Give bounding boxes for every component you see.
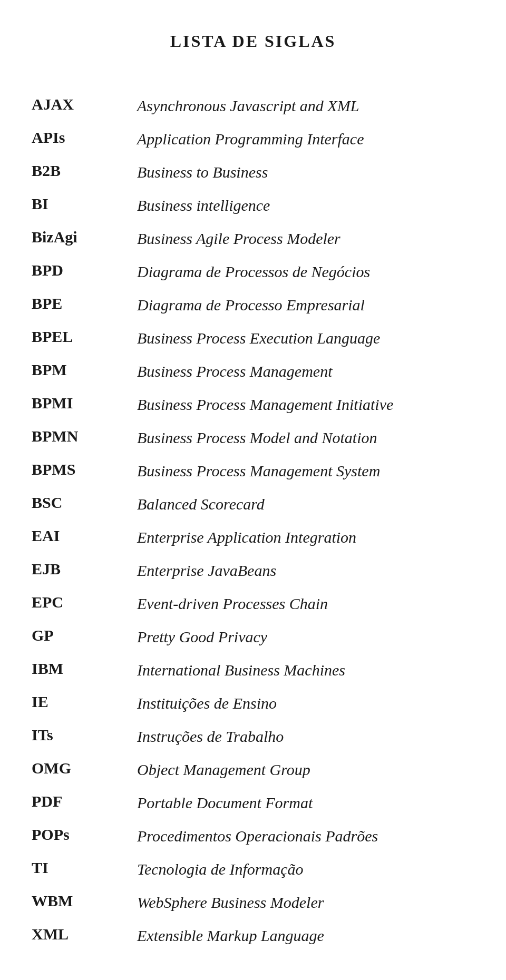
acronym-cell: WBM xyxy=(32,885,137,918)
acronym-cell: AJAX xyxy=(32,88,137,121)
acronym-cell: BPMI xyxy=(32,387,137,420)
acronym-cell: BPMS xyxy=(32,453,137,486)
acronym-cell: EAI xyxy=(32,520,137,553)
definition-cell: Diagrama de Processo Empresarial xyxy=(137,287,474,320)
acronym-cell: EPC xyxy=(32,586,137,619)
table-row: BPEDiagrama de Processo Empresarial xyxy=(32,287,474,320)
acronym-cell: BI xyxy=(32,188,137,221)
definition-cell: Tecnologia de Informação xyxy=(137,851,474,885)
acronym-cell: B2B xyxy=(32,154,137,188)
definition-cell: Business Process Management System xyxy=(137,453,474,486)
acronym-cell: APIs xyxy=(32,121,137,154)
definition-cell: Asynchronous Javascript and XML xyxy=(137,88,474,121)
definition-cell: Procedimentos Operacionais Padrões xyxy=(137,818,474,851)
acronym-cell: BSC xyxy=(32,486,137,520)
definition-cell: Business Process Execution Language xyxy=(137,320,474,354)
acronym-cell: IE xyxy=(32,685,137,719)
table-row: TITecnologia de Informação xyxy=(32,851,474,885)
table-row: BPMIBusiness Process Management Initiati… xyxy=(32,387,474,420)
table-row: BizAgiBusiness Agile Process Modeler xyxy=(32,221,474,254)
definition-cell: Business to Business xyxy=(137,154,474,188)
definition-cell: Application Programming Interface xyxy=(137,121,474,154)
acronym-cell: TI xyxy=(32,851,137,885)
table-row: OMGObject Management Group xyxy=(32,752,474,785)
table-row: PDFPortable Document Format xyxy=(32,785,474,818)
acronym-cell: BPMN xyxy=(32,420,137,453)
acronym-cell: POPs xyxy=(32,818,137,851)
table-row: BPDDiagrama de Processos de Negócios xyxy=(32,254,474,287)
acronym-cell: BizAgi xyxy=(32,221,137,254)
acronym-cell: IBM xyxy=(32,652,137,685)
page-title: LISTA DE SIGLAS xyxy=(32,32,474,51)
acronym-cell: BPE xyxy=(32,287,137,320)
table-row: BPMNBusiness Process Model and Notation xyxy=(32,420,474,453)
definition-cell: Balanced Scorecard xyxy=(137,486,474,520)
acronym-cell: GP xyxy=(32,619,137,652)
definition-cell: Instruções de Trabalho xyxy=(137,719,474,752)
definition-cell: Instituições de Ensino xyxy=(137,685,474,719)
definition-cell: Portable Document Format xyxy=(137,785,474,818)
table-row: ITsInstruções de Trabalho xyxy=(32,719,474,752)
definition-cell: Business intelligence xyxy=(137,188,474,221)
definition-cell: Diagrama de Processos de Negócios xyxy=(137,254,474,287)
definition-cell: Enterprise Application Integration xyxy=(137,520,474,553)
acronym-cell: EJB xyxy=(32,553,137,586)
table-row: XMLExtensible Markup Language xyxy=(32,918,474,951)
definition-cell: Event-driven Processes Chain xyxy=(137,586,474,619)
table-row: EAIEnterprise Application Integration xyxy=(32,520,474,553)
table-row: BSCBalanced Scorecard xyxy=(32,486,474,520)
table-row: BPELBusiness Process Execution Language xyxy=(32,320,474,354)
table-row: EPCEvent-driven Processes Chain xyxy=(32,586,474,619)
table-row: AJAXAsynchronous Javascript and XML xyxy=(32,88,474,121)
table-row: EJBEnterprise JavaBeans xyxy=(32,553,474,586)
table-row: IBMInternational Business Machines xyxy=(32,652,474,685)
table-row: B2BBusiness to Business xyxy=(32,154,474,188)
table-row: POPsProcedimentos Operacionais Padrões xyxy=(32,818,474,851)
acronym-table: AJAXAsynchronous Javascript and XMLAPIsA… xyxy=(32,88,474,951)
table-row: BPMBusiness Process Management xyxy=(32,354,474,387)
definition-cell: Pretty Good Privacy xyxy=(137,619,474,652)
table-row: APIsApplication Programming Interface xyxy=(32,121,474,154)
table-row: BPMSBusiness Process Management System xyxy=(32,453,474,486)
definition-cell: International Business Machines xyxy=(137,652,474,685)
acronym-cell: XML xyxy=(32,918,137,951)
definition-cell: Object Management Group xyxy=(137,752,474,785)
definition-cell: WebSphere Business Modeler xyxy=(137,885,474,918)
definition-cell: Extensible Markup Language xyxy=(137,918,474,951)
table-row: IEInstituições de Ensino xyxy=(32,685,474,719)
acronym-cell: BPD xyxy=(32,254,137,287)
definition-cell: Business Agile Process Modeler xyxy=(137,221,474,254)
definition-cell: Enterprise JavaBeans xyxy=(137,553,474,586)
definition-cell: Business Process Management Initiative xyxy=(137,387,474,420)
definition-cell: Business Process Model and Notation xyxy=(137,420,474,453)
acronym-cell: PDF xyxy=(32,785,137,818)
table-row: BIBusiness intelligence xyxy=(32,188,474,221)
acronym-cell: ITs xyxy=(32,719,137,752)
table-row: WBMWebSphere Business Modeler xyxy=(32,885,474,918)
table-row: GPPretty Good Privacy xyxy=(32,619,474,652)
acronym-cell: BPEL xyxy=(32,320,137,354)
acronym-cell: BPM xyxy=(32,354,137,387)
definition-cell: Business Process Management xyxy=(137,354,474,387)
acronym-cell: OMG xyxy=(32,752,137,785)
